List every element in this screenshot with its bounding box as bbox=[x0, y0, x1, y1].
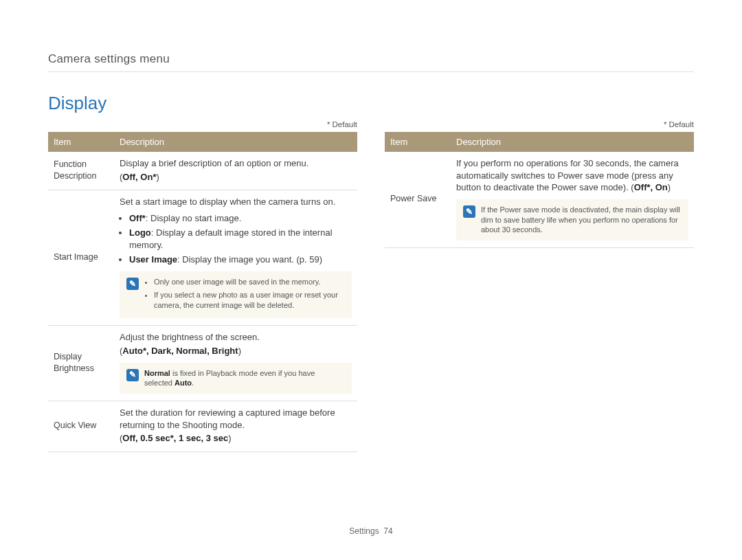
desc-display-brightness: Adjust the brightness of the screen. (Au… bbox=[114, 326, 357, 401]
right-column: * Default Item Description Power Save If… bbox=[385, 120, 694, 452]
table-header-row: Item Description bbox=[48, 132, 357, 153]
note-icon: ✎ bbox=[463, 205, 475, 218]
settings-table-right: Item Description Power Save If you perfo… bbox=[385, 132, 694, 249]
note-icon: ✎ bbox=[126, 369, 139, 381]
note-box: ✎ Normal is fixed in Playback mode even … bbox=[120, 363, 352, 394]
header-item: Item bbox=[385, 132, 451, 153]
item-power-save: Power Save bbox=[385, 152, 451, 248]
table-row: Display Brightness Adjust the brightness… bbox=[48, 326, 357, 401]
table-row: Power Save If you perform no operations … bbox=[385, 152, 694, 248]
note-item: If you select a new photo as a user imag… bbox=[154, 290, 345, 311]
item-function-description: Function Description bbox=[48, 152, 114, 190]
settings-table-left: Item Description Function Description Di… bbox=[48, 132, 357, 452]
note-icon: ✎ bbox=[126, 278, 139, 290]
footer-label: Settings bbox=[349, 526, 379, 536]
desc-power-save: If you perform no operations for 30 seco… bbox=[451, 152, 694, 248]
header-description: Description bbox=[114, 132, 357, 153]
item-quick-view: Quick View bbox=[48, 401, 114, 452]
start-image-options: Off*: Display no start image. Logo: Disp… bbox=[129, 212, 352, 266]
note-item: Only one user image will be saved in the… bbox=[154, 277, 345, 287]
left-column: * Default Item Description Function Desc… bbox=[48, 120, 357, 452]
desc-start-image: Set a start image to display when the ca… bbox=[114, 190, 357, 326]
list-item: User Image: Display the image you want. … bbox=[129, 254, 352, 266]
header-description: Description bbox=[451, 132, 694, 153]
note-text: If the Power save mode is deactivated, t… bbox=[481, 205, 682, 236]
footer-page-number: 74 bbox=[383, 526, 392, 536]
page: Camera settings menu Display * Default I… bbox=[0, 0, 742, 560]
item-start-image: Start Image bbox=[48, 190, 114, 326]
table-row: Quick View Set the duration for reviewin… bbox=[48, 401, 357, 452]
table-header-row: Item Description bbox=[385, 132, 694, 153]
default-marker: * Default bbox=[48, 120, 357, 131]
page-title: Display bbox=[48, 91, 694, 115]
list-item: Off*: Display no start image. bbox=[129, 212, 352, 225]
table-row: Start Image Set a start image to display… bbox=[48, 190, 357, 326]
desc-quick-view: Set the duration for reviewing a capture… bbox=[114, 401, 357, 452]
note-box: ✎ Only one user image will be saved in t… bbox=[120, 271, 352, 319]
page-footer: Settings 74 bbox=[0, 526, 742, 537]
header-item: Item bbox=[48, 132, 114, 153]
item-display-brightness: Display Brightness bbox=[48, 326, 114, 401]
list-item: Logo: Display a default image stored in … bbox=[129, 227, 352, 251]
note-box: ✎ If the Power save mode is deactivated,… bbox=[456, 199, 688, 241]
desc-function-description: Display a brief description of an option… bbox=[114, 152, 357, 190]
default-marker: * Default bbox=[385, 120, 694, 131]
content-columns: * Default Item Description Function Desc… bbox=[48, 120, 694, 452]
table-row: Function Description Display a brief des… bbox=[48, 152, 357, 190]
breadcrumb: Camera settings menu bbox=[48, 52, 694, 72]
